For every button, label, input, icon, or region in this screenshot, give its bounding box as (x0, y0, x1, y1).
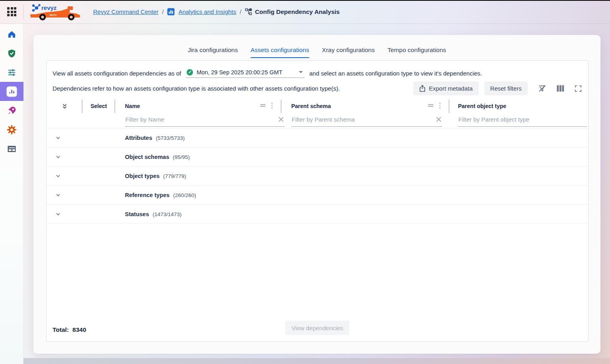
table-body: Attributes(5733/5733) Object schemas(95/… (47, 128, 588, 223)
table-actions: Export metadata Reset filters (413, 81, 583, 95)
column-resize-handle[interactable] (448, 99, 450, 113)
chevron-down-icon[interactable] (55, 154, 61, 160)
total-label: Total: (53, 326, 69, 333)
revyz-logo[interactable]: revyz REVYZ (29, 3, 82, 21)
chevron-down-icon[interactable] (55, 135, 61, 141)
total-value: 8340 (72, 326, 86, 333)
sidebar-item-configuration[interactable] (0, 63, 23, 82)
rocket-icon (7, 106, 17, 115)
tab-jira-configurations[interactable]: Jira configurations (188, 46, 238, 58)
sidebar-item-home[interactable] (0, 25, 23, 44)
table-header: Select Name Parent schema Parent object … (47, 98, 588, 128)
column-header-select: Select (90, 103, 107, 109)
sidebar-item-settings[interactable] (0, 120, 23, 139)
page-title: Config Dependency Analysis (245, 8, 340, 15)
total-count: Total: 8340 (53, 326, 86, 333)
analytics-icon (6, 86, 17, 97)
clear-all-filters-button[interactable] (537, 83, 547, 93)
table-row-attributes[interactable]: Attributes(5733/5733) (47, 128, 588, 147)
main-card: Jira configurations Assets configuration… (33, 35, 600, 354)
filter-by-parent-object-type-input[interactable] (458, 115, 587, 127)
clear-name-filter-icon[interactable] (279, 117, 284, 122)
columns-icon (557, 85, 564, 92)
app-switcher-icon[interactable] (7, 7, 16, 16)
chevron-down-icon[interactable] (55, 192, 61, 198)
breadcrumb-link-analytics[interactable]: Analytics and Insights (178, 8, 236, 15)
analytics-breadcrumb-icon (167, 8, 175, 15)
check-circle-icon: ✓ (187, 69, 193, 76)
filter-by-parent-schema-input[interactable] (291, 115, 442, 127)
sidebar-item-security[interactable] (0, 44, 23, 63)
table-row-object-types[interactable]: Object types(779/779) (47, 166, 588, 185)
fullscreen-icon (575, 85, 582, 92)
fullscreen-button[interactable] (574, 84, 583, 93)
board-icon (7, 145, 16, 153)
left-sidebar (0, 24, 23, 364)
breadcrumb: Revyz Command Center / Analytics and Ins… (93, 8, 340, 15)
column-menu-icon[interactable] (439, 102, 441, 109)
tab-tempo-configurations[interactable]: Tempo configurations (388, 46, 446, 58)
sidebar-item-reports[interactable] (0, 139, 23, 158)
chevron-down-icon[interactable] (55, 173, 61, 179)
double-chevron-down-icon (61, 103, 68, 110)
sidebar-item-migration[interactable] (0, 101, 23, 120)
table-row-reference-types[interactable]: Reference types(260/260) (47, 185, 588, 204)
tab-assets-configurations[interactable]: Assets configurations (251, 46, 309, 58)
filter-off-icon (538, 84, 546, 93)
sliders-icon (7, 68, 16, 77)
shield-check-icon (7, 49, 16, 58)
filter-by-name-input[interactable] (125, 115, 285, 127)
tab-xray-configurations[interactable]: Xray configurations (322, 46, 375, 58)
export-metadata-button[interactable]: Export metadata (413, 81, 479, 95)
intro-prefix-text: View all assets configuration dependenci… (53, 70, 181, 77)
chevron-down-icon[interactable] (55, 211, 61, 217)
dependencies-description: Dependencies refer to how an assets conf… (53, 85, 340, 92)
topbar-divider (23, 4, 24, 19)
snapshot-date-select[interactable]: ✓ Mon, 29 Sep 2025 20:00:25 GMT (186, 69, 304, 78)
column-header-parent-object-type[interactable]: Parent object type (458, 103, 506, 109)
breadcrumb-separator: / (240, 8, 241, 15)
intro-line: View all assets configuration dependenci… (53, 68, 482, 79)
chevron-down-icon (299, 71, 303, 73)
column-header-parent-schema[interactable]: Parent schema (291, 103, 331, 109)
intro-suffix-text: and select an assets configuration type … (309, 70, 482, 77)
column-menu-icon[interactable] (271, 102, 273, 109)
sidebar-item-analytics[interactable] (0, 82, 23, 101)
configuration-tabs: Jira configurations Assets configuration… (33, 35, 600, 58)
clear-parent-schema-filter-icon[interactable] (436, 117, 441, 122)
top-bar: revyz REVYZ Revyz Command Center / Analy… (0, 0, 610, 24)
snapshot-date-value: Mon, 29 Sep 2025 20:00:25 GMT (197, 69, 282, 76)
export-icon (419, 85, 425, 92)
expand-all-button[interactable] (61, 103, 68, 110)
dependency-tree-icon (245, 8, 252, 15)
svg-text:revyz: revyz (41, 4, 57, 11)
svg-text:REVYZ: REVYZ (50, 14, 57, 16)
table-row-object-schemas[interactable]: Object schemas(95/95) (47, 147, 588, 166)
gear-icon (7, 125, 17, 135)
column-header-name[interactable]: Name (125, 103, 140, 109)
breadcrumb-separator: / (162, 8, 164, 15)
reset-filters-button[interactable]: Reset filters (484, 81, 528, 95)
column-drag-icon[interactable] (428, 103, 434, 108)
manage-columns-button[interactable] (556, 84, 565, 93)
description-row: Dependencies refer to how an assets conf… (53, 81, 583, 96)
table-row-statuses[interactable]: Statuses(1473/1473) (47, 204, 588, 223)
revyz-logo-image: revyz REVYZ (29, 3, 82, 21)
column-resize-handle[interactable] (281, 99, 282, 113)
bottom-gradient-band (23, 358, 610, 364)
column-drag-icon[interactable] (260, 103, 266, 108)
view-dependencies-button[interactable]: View dependencies (285, 321, 350, 335)
dependencies-panel: View all assets configuration dependenci… (46, 60, 589, 342)
home-icon (7, 30, 16, 39)
breadcrumb-link-command-center[interactable]: Revyz Command Center (93, 8, 158, 15)
column-resize-handle[interactable] (114, 99, 115, 113)
